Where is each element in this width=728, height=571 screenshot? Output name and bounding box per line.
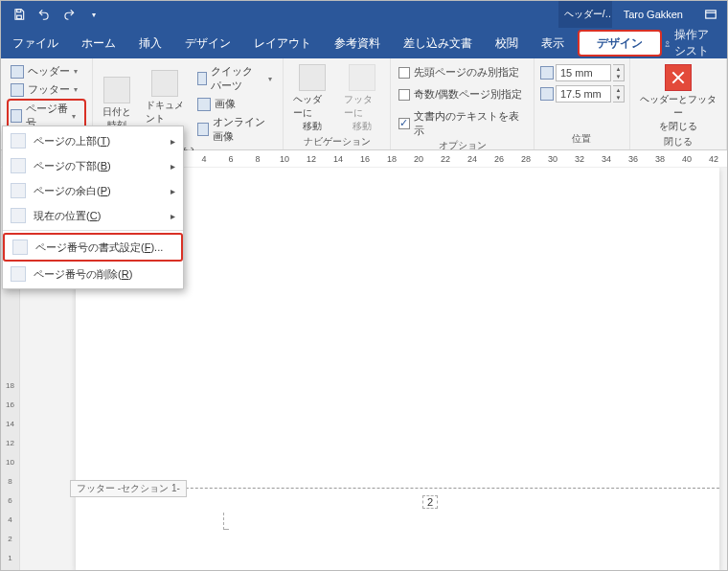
ruler-mark: 16 [352, 154, 378, 164]
close-hf-button[interactable]: ヘッダーとフッター を閉じる [636, 62, 720, 135]
date-time-icon [103, 77, 130, 103]
save-icon[interactable] [11, 6, 28, 23]
page-number-icon [11, 109, 22, 123]
ruler-mark: 6 [217, 154, 244, 164]
goto-footer-l1: フッターに [344, 93, 381, 120]
vruler-tick: 1 [8, 549, 11, 566]
online-picture-label: オンライン画像 [213, 115, 274, 144]
goto-header-icon [299, 64, 326, 91]
group-position: 15 mm ▲▼ 17.5 mm ▲▼ 位置 [535, 58, 630, 149]
menu-top-post: ) [106, 135, 110, 147]
header-distance-icon [540, 66, 554, 80]
menu-remove-post: ) [129, 268, 133, 280]
chevron-right-icon: ▸ [171, 211, 175, 221]
checkbox-icon [398, 67, 410, 79]
ruler-mark: 28 [512, 154, 539, 164]
tab-home[interactable]: ホーム [70, 28, 127, 58]
menu-separator [3, 230, 183, 231]
menu-top-pre: ページの上部( [34, 135, 101, 147]
app-window: ▾ ヘッダー/… Taro Gakken ファイル ホーム 挿入 デザイン レイ… [0, 0, 728, 571]
checkbox-icon [398, 118, 410, 129]
svg-rect-2 [706, 11, 717, 18]
tell-me[interactable]: 操作アシスト [664, 28, 727, 58]
footer-distance-value[interactable]: 17.5 mm [556, 85, 611, 103]
menu-page-top[interactable]: ページの上部(T) ▸ [3, 128, 183, 153]
chevron-right-icon: ▸ [171, 186, 175, 196]
ruler-mark: 20 [405, 154, 432, 164]
qat-dropdown-icon[interactable]: ▾ [85, 6, 102, 23]
online-pictures-button[interactable]: オンライン画像 [193, 113, 277, 146]
page-number-menu: ページの上部(T) ▸ ページの下部(B) ▸ ページの余白(P) ▸ 現在の位… [2, 126, 184, 289]
menu-page-bottom[interactable]: ページの下部(B) ▸ [3, 153, 183, 178]
header-icon [11, 65, 24, 79]
tab-references[interactable]: 参考資料 [323, 28, 392, 58]
redo-icon[interactable] [60, 6, 78, 23]
chevron-down-icon: ▾ [74, 67, 81, 76]
menu-icon [11, 158, 26, 173]
spinner-icon[interactable]: ▲▼ [613, 85, 625, 103]
quick-parts-icon [197, 72, 207, 85]
group-navigation: ヘッダーに 移動 フッターに 移動 ナビゲーション [284, 58, 391, 149]
goto-header-button[interactable]: ヘッダーに 移動 [289, 62, 334, 135]
contextual-tab-label[interactable]: ヘッダー/… [558, 1, 612, 28]
spinner-icon[interactable]: ▲▼ [613, 64, 625, 81]
menu-remove-page-numbers[interactable]: ページ番号の削除(R) [3, 262, 183, 286]
tab-review[interactable]: 校閲 [484, 28, 530, 58]
menu-current-pre: 現在の位置( [34, 210, 90, 221]
diff-odd-even-checkbox[interactable]: 奇数/偶数ページ別指定 [397, 86, 524, 103]
header-top-position[interactable]: 15 mm ▲▼ [540, 64, 625, 81]
menu-icon [11, 183, 26, 198]
account-name[interactable]: Taro Gakken [612, 1, 694, 28]
menu-bottom-u: B [101, 160, 107, 171]
ruler-mark: 18 [378, 154, 405, 164]
undo-icon[interactable] [35, 6, 53, 23]
footer-button[interactable]: フッター ▾ [7, 80, 85, 99]
tab-insert[interactable]: 挿入 [127, 28, 173, 58]
goto-header-l1: ヘッダーに [293, 93, 330, 120]
ruler-mark: 24 [459, 154, 486, 164]
tab-hf-design[interactable]: デザイン [578, 30, 662, 57]
tell-me-label: 操作アシスト [674, 27, 717, 59]
ruler-mark: 4 [191, 154, 217, 164]
ruler-mark: 34 [593, 154, 620, 164]
title-bar: ▾ ヘッダー/… Taro Gakken [1, 1, 727, 28]
ruler-mark: 40 [673, 154, 700, 164]
tab-file[interactable]: ファイル [1, 28, 70, 58]
footer-section-tab: フッター -セクション 1- [70, 480, 187, 497]
goto-footer-button[interactable]: フッターに 移動 [340, 62, 385, 135]
ruler-mark: 12 [298, 154, 325, 164]
quick-parts-button[interactable]: クイック パーツ ▾ [193, 62, 277, 95]
menu-format-page-numbers[interactable]: ページ番号の書式設定(F)... [3, 233, 183, 262]
ribbon-display-options-icon[interactable] [694, 1, 727, 28]
tab-mailings[interactable]: 差し込み文書 [392, 28, 484, 58]
vruler-tick: 4 [8, 511, 11, 528]
menu-page-margin[interactable]: ページの余白(P) ▸ [3, 178, 183, 203]
position-caption: 位置 [535, 132, 629, 149]
pictures-button[interactable]: 画像 [193, 95, 277, 113]
ruler-mark: 36 [620, 154, 647, 164]
picture-icon [197, 98, 211, 111]
close-hf-l2: を閉じる [659, 120, 697, 133]
doc-info-icon [151, 70, 178, 97]
close-hf-l1: ヘッダーとフッター [640, 93, 717, 120]
show-doc-text-label: 文書内のテキストを表示 [414, 109, 526, 138]
tab-layout[interactable]: レイアウト [242, 28, 323, 58]
menu-current-post: ) [98, 210, 102, 221]
header-button[interactable]: ヘッダー ▾ [7, 62, 85, 80]
ruler-mark: 22 [432, 154, 459, 164]
diff-first-page-checkbox[interactable]: 先頭ページのみ別指定 [397, 64, 521, 80]
header-distance-value[interactable]: 15 mm [556, 64, 611, 81]
vruler-tick: 8 [8, 472, 11, 490]
menu-current-position[interactable]: 現在の位置(C) ▸ [3, 203, 183, 228]
footer-region[interactable]: フッター -セクション 1- 2 [76, 488, 719, 530]
show-doc-text-checkbox[interactable]: 文書内のテキストを表示 [397, 108, 528, 139]
footer-page-number[interactable]: 2 [422, 495, 438, 509]
menu-margin-post: ) [107, 185, 111, 196]
tab-design[interactable]: デザイン [173, 28, 242, 58]
tab-view[interactable]: 表示 [530, 28, 576, 58]
footer-bottom-position[interactable]: 17.5 mm ▲▼ [540, 85, 625, 103]
vruler-tick: 18 [6, 377, 14, 394]
svg-rect-0 [17, 10, 21, 12]
ruler-mark: 26 [486, 154, 512, 164]
menu-icon [11, 208, 26, 223]
